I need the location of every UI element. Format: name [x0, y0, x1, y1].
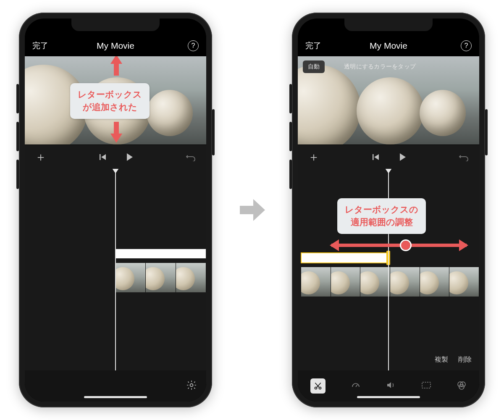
home-indicator[interactable]	[84, 396, 147, 398]
undo-button[interactable]	[186, 153, 196, 161]
phone-frame-left: 完了 My Movie ? レターボックス が追加された ＋	[19, 13, 212, 407]
flow-arrow-icon	[237, 197, 267, 223]
callout-line2: が追加された	[83, 102, 137, 112]
svg-point-5	[319, 387, 321, 389]
timeline[interactable]	[25, 169, 206, 370]
project-title: My Movie	[298, 41, 479, 51]
main-clip-strip[interactable]	[116, 263, 206, 292]
skip-start-button[interactable]	[372, 153, 380, 161]
transport-bar: ＋	[298, 144, 479, 169]
video-preview[interactable]: レターボックス が追加された	[25, 56, 206, 144]
annotation-range-handle-icon	[401, 241, 410, 250]
add-media-button[interactable]: ＋	[35, 149, 47, 165]
preview-decor	[147, 90, 193, 136]
volume-tool-button[interactable]	[386, 380, 396, 392]
callout-line2: 適用範囲の調整	[351, 217, 413, 227]
help-button[interactable]: ?	[188, 40, 199, 51]
settings-button[interactable]	[186, 380, 197, 392]
svg-rect-3	[373, 154, 374, 160]
annotation-callout-right: レターボックスの 適用範囲の調整	[337, 198, 426, 234]
help-button[interactable]: ?	[461, 40, 472, 51]
svg-point-1	[190, 384, 193, 387]
duplicate-button[interactable]: 複製	[435, 355, 448, 364]
done-button[interactable]: 完了	[32, 40, 48, 51]
project-title: My Movie	[25, 41, 206, 51]
auto-chip[interactable]: 自動	[303, 60, 325, 73]
svg-rect-0	[100, 154, 101, 160]
timeline[interactable]: レターボックスの 適用範囲の調整	[298, 169, 479, 370]
help-icon: ?	[461, 40, 472, 51]
skip-start-button[interactable]	[99, 153, 107, 161]
clip-text-actions: 複製 削除	[435, 355, 472, 364]
done-button[interactable]: 完了	[305, 40, 321, 51]
annotation-range-arrow	[331, 244, 467, 247]
overlay-clip-selected[interactable]	[301, 253, 388, 263]
svg-rect-6	[422, 382, 430, 388]
video-preview[interactable]: 自動 透明にするカラーをタップ	[298, 56, 479, 144]
delete-button[interactable]: 削除	[458, 355, 472, 364]
callout-line1: レターボックスの	[345, 205, 418, 214]
overlay-clip[interactable]	[116, 249, 206, 259]
notch	[344, 18, 433, 31]
phone-frame-right: 完了 My Movie ? 自動 透明にするカラーをタップ ＋	[292, 13, 485, 407]
annotation-callout-left: レターボックス が追加された	[70, 83, 150, 119]
title-tool-button[interactable]	[421, 381, 431, 391]
screen-right: 完了 My Movie ? 自動 透明にするカラーをタップ ＋	[298, 18, 479, 402]
svg-point-4	[315, 387, 317, 389]
annotation-arrow-up-icon	[109, 56, 124, 77]
svg-rect-2	[240, 206, 253, 214]
color-key-hint: 透明にするカラーをタップ	[344, 63, 416, 71]
screen-left: 完了 My Movie ? レターボックス が追加された ＋	[25, 18, 206, 402]
callout-line1: レターボックス	[78, 89, 142, 99]
play-button[interactable]	[125, 152, 134, 162]
transport-bar: ＋	[25, 144, 206, 169]
add-media-button[interactable]: ＋	[308, 149, 320, 165]
preview-decor	[420, 90, 466, 136]
home-indicator[interactable]	[357, 396, 420, 398]
play-button[interactable]	[398, 152, 407, 162]
undo-button[interactable]	[459, 153, 469, 161]
main-clip-strip[interactable]	[301, 267, 479, 297]
help-icon: ?	[188, 40, 199, 51]
notch	[71, 18, 160, 31]
preview-decor	[357, 77, 424, 144]
trim-tool-button[interactable]	[310, 378, 326, 394]
annotation-arrow-down-icon	[109, 122, 124, 144]
filters-tool-button[interactable]	[457, 380, 467, 392]
preview-decor	[298, 65, 361, 144]
playhead[interactable]	[115, 169, 116, 370]
speed-tool-button[interactable]	[351, 380, 361, 392]
